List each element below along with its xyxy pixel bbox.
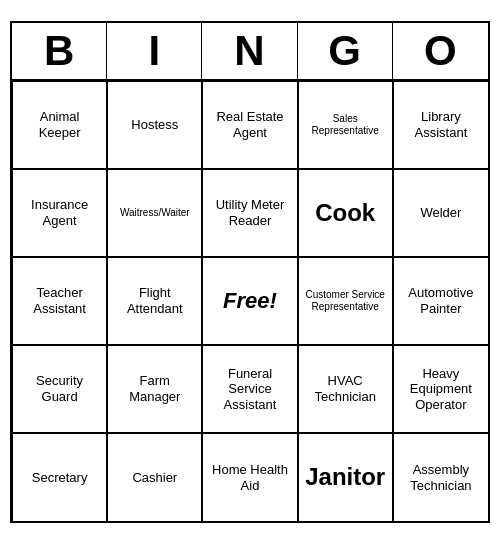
header-letter-g: G (298, 23, 393, 79)
bingo-cell-18: HVAC Technician (298, 345, 393, 433)
bingo-cell-19: Heavy Equipment Operator (393, 345, 488, 433)
bingo-grid: Animal KeeperHostessReal Estate AgentSal… (12, 81, 488, 521)
bingo-cell-12: Free! (202, 257, 297, 345)
bingo-cell-5: Insurance Agent (12, 169, 107, 257)
bingo-cell-3: Sales Representative (298, 81, 393, 169)
bingo-cell-0: Animal Keeper (12, 81, 107, 169)
bingo-header: BINGO (12, 23, 488, 81)
header-letter-n: N (202, 23, 297, 79)
bingo-cell-8: Cook (298, 169, 393, 257)
header-letter-b: B (12, 23, 107, 79)
bingo-cell-2: Real Estate Agent (202, 81, 297, 169)
bingo-cell-21: Cashier (107, 433, 202, 521)
bingo-cell-13: Customer Service Representative (298, 257, 393, 345)
bingo-cell-10: Teacher Assistant (12, 257, 107, 345)
bingo-cell-23: Janitor (298, 433, 393, 521)
bingo-cell-15: Security Guard (12, 345, 107, 433)
bingo-cell-4: Library Assistant (393, 81, 488, 169)
bingo-cell-17: Funeral Service Assistant (202, 345, 297, 433)
bingo-cell-1: Hostess (107, 81, 202, 169)
header-letter-o: O (393, 23, 488, 79)
bingo-cell-16: Farm Manager (107, 345, 202, 433)
bingo-cell-14: Automotive Painter (393, 257, 488, 345)
bingo-cell-9: Welder (393, 169, 488, 257)
bingo-cell-24: Assembly Technician (393, 433, 488, 521)
bingo-cell-11: Flight Attendant (107, 257, 202, 345)
bingo-card: BINGO Animal KeeperHostessReal Estate Ag… (10, 21, 490, 523)
header-letter-i: I (107, 23, 202, 79)
bingo-cell-7: Utility Meter Reader (202, 169, 297, 257)
bingo-cell-20: Secretary (12, 433, 107, 521)
bingo-cell-6: Waitress/Waiter (107, 169, 202, 257)
bingo-cell-22: Home Health Aid (202, 433, 297, 521)
